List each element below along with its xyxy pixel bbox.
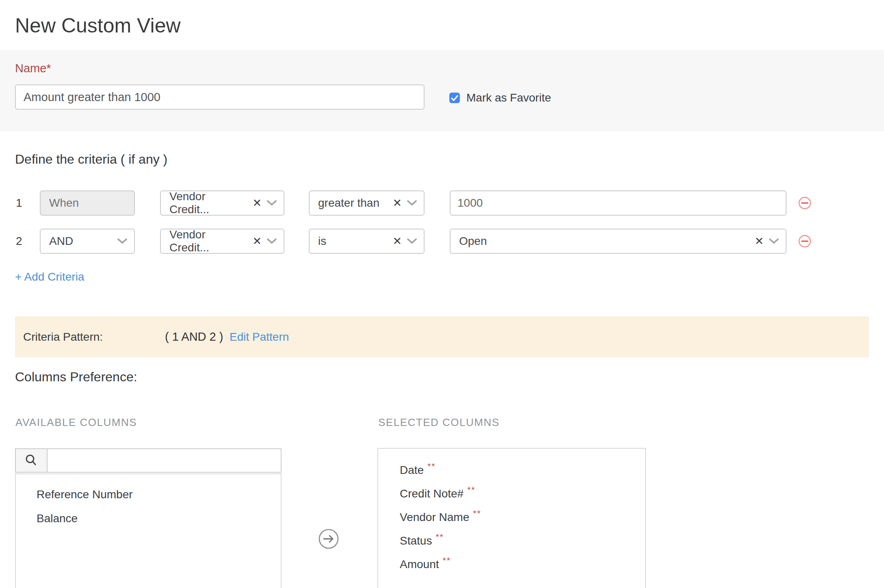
search-input[interactable]: [48, 449, 281, 472]
chevron-down-icon[interactable]: [769, 238, 779, 244]
list-item[interactable]: Balance: [16, 506, 281, 530]
new-custom-view-page: New Custom View Name* Mark as Favorite D…: [0, 0, 884, 588]
clear-value-icon[interactable]: ✕: [754, 236, 764, 247]
page-title: New Custom View: [15, 14, 181, 37]
favorite-checkbox[interactable]: [449, 93, 460, 103]
required-asterisk: **: [473, 508, 481, 518]
conjunction-label: When: [49, 197, 128, 210]
field-select-row1[interactable]: Vendor Credit... ✕: [160, 190, 284, 216]
list-item[interactable]: Date**: [378, 458, 645, 482]
remove-criteria-icon[interactable]: [798, 235, 811, 248]
field-value: Vendor Credit...: [169, 190, 247, 216]
columns-preference-heading: Columns Preference:: [15, 369, 137, 385]
criteria-row-number: 2: [16, 229, 32, 254]
conjunction-select-row2[interactable]: AND: [40, 229, 135, 254]
available-columns-search: [15, 448, 282, 473]
clear-field-icon[interactable]: ✕: [252, 236, 262, 247]
conjunction-when-box: When: [40, 190, 135, 216]
checkmark-icon: [449, 93, 460, 103]
clear-operator-icon[interactable]: ✕: [392, 198, 402, 209]
move-right-arrow-button[interactable]: [318, 528, 339, 549]
criteria-value-input-row1[interactable]: [450, 190, 786, 216]
favorite-label: Mark as Favorite: [466, 91, 551, 105]
name-section-band: Name* Mark as Favorite: [0, 50, 884, 131]
criteria-pattern-label: Criteria Pattern:: [23, 316, 103, 357]
search-icon-cell: [16, 449, 48, 472]
column-label: Amount: [400, 558, 439, 571]
available-columns-title: AVAILABLE COLUMNS: [15, 416, 137, 429]
available-columns-list: Reference Number Balance: [15, 473, 282, 588]
required-asterisk: **: [427, 461, 436, 471]
criteria-heading: Define the criteria ( if any ): [15, 151, 167, 167]
operator-select-row1[interactable]: greater than ✕: [309, 190, 425, 216]
column-label: Status: [400, 534, 432, 547]
criteria-pattern-value: ( 1 AND 2 ): [165, 316, 223, 357]
operator-value: greater than: [318, 197, 388, 210]
operator-value: is: [318, 235, 388, 248]
list-item[interactable]: Amount**: [378, 553, 645, 576]
column-label: Credit Note#: [400, 487, 464, 500]
view-name-input[interactable]: [15, 84, 425, 110]
required-asterisk: **: [467, 485, 475, 494]
field-select-row2[interactable]: Vendor Credit... ✕: [160, 229, 284, 254]
criteria-row-number: 1: [16, 190, 32, 216]
search-icon: [24, 454, 38, 467]
edit-pattern-link[interactable]: Edit Pattern: [230, 316, 289, 357]
column-label: Date: [400, 464, 424, 476]
chevron-down-icon[interactable]: [266, 238, 277, 244]
clear-field-icon[interactable]: ✕: [252, 198, 262, 209]
remove-criteria-icon[interactable]: [798, 197, 811, 210]
selected-columns-list: Date** Credit Note#** Vendor Name** Stat…: [377, 448, 646, 588]
list-item[interactable]: Credit Note#**: [378, 482, 645, 506]
chevron-down-icon[interactable]: [407, 238, 417, 244]
chevron-down-icon[interactable]: [117, 238, 128, 244]
name-label: Name*: [15, 61, 51, 76]
criteria-value-select-row2[interactable]: Open ✕: [450, 229, 786, 254]
clear-operator-icon[interactable]: ✕: [392, 236, 402, 247]
add-criteria-link[interactable]: + Add Criteria: [15, 270, 84, 284]
value-label: Open: [459, 235, 750, 248]
required-asterisk: **: [443, 556, 451, 565]
list-item[interactable]: Status**: [378, 529, 645, 553]
criteria-pattern-bar: Criteria Pattern: ( 1 AND 2 ) Edit Patte…: [15, 316, 869, 357]
operator-select-row2[interactable]: is ✕: [309, 229, 425, 254]
column-label: Vendor Name: [400, 511, 469, 523]
chevron-down-icon[interactable]: [407, 200, 417, 206]
conjunction-value: AND: [49, 235, 112, 248]
list-item[interactable]: Reference Number: [16, 482, 281, 506]
chevron-down-icon[interactable]: [266, 200, 277, 206]
selected-columns-title: SELECTED COLUMNS: [378, 416, 500, 429]
required-asterisk: **: [436, 532, 444, 541]
field-value: Vendor Credit...: [169, 228, 247, 254]
list-item[interactable]: Vendor Name**: [378, 506, 645, 529]
